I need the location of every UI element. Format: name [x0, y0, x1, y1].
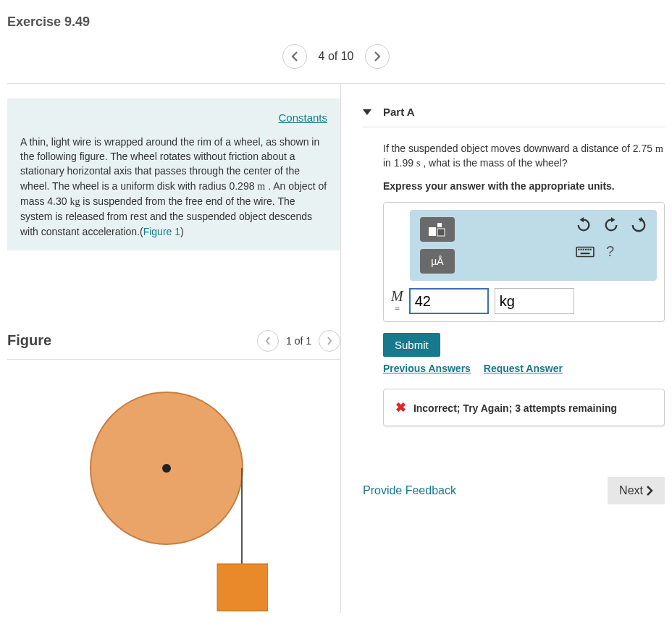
keyboard-icon[interactable]	[576, 246, 595, 258]
feedback-message: ✖ Incorrect; Try Again; 3 attempts remai…	[383, 389, 665, 426]
chevron-right-icon	[374, 51, 381, 62]
figure-nav: 1 of 1	[257, 330, 340, 352]
templates-icon	[428, 222, 447, 237]
help-icon[interactable]: ?	[606, 243, 614, 260]
part-title: Part A	[383, 106, 415, 118]
units-label: µÅ	[431, 255, 443, 267]
svg-rect-3	[217, 564, 268, 611]
problem-statement: Constants A thin, light wire is wrapped …	[7, 98, 340, 250]
undo-icon[interactable]	[576, 217, 592, 233]
problem-nav: 4 of 10	[7, 44, 665, 69]
unit-kg: kg	[70, 196, 80, 207]
reset-icon[interactable]	[631, 217, 647, 233]
caret-down-icon	[363, 109, 371, 115]
svg-rect-5	[437, 223, 442, 227]
q-seg: If the suspended object moves downward a…	[383, 143, 655, 154]
part-a-toggle[interactable]: Part A	[363, 106, 665, 127]
answer-instruction: Express your answer with the appropriate…	[383, 180, 665, 192]
answer-toolbar: µÅ ?	[410, 210, 657, 281]
figure-heading: Figure	[7, 332, 51, 349]
next-problem-button[interactable]	[365, 44, 390, 69]
next-label: Next	[619, 484, 643, 497]
redo-icon[interactable]	[603, 217, 619, 233]
previous-answers-link[interactable]: Previous Answers	[383, 363, 471, 374]
constants-link[interactable]: Constants	[20, 110, 327, 126]
figure-prev-button[interactable]	[257, 330, 279, 352]
svg-rect-6	[437, 229, 445, 236]
svg-rect-8	[578, 248, 579, 250]
svg-rect-7	[576, 247, 594, 256]
request-answer-link[interactable]: Request Answer	[484, 363, 563, 374]
chevron-left-icon	[265, 337, 271, 345]
answer-value-input[interactable]	[409, 288, 489, 314]
next-button[interactable]: Next	[608, 477, 665, 504]
svg-rect-13	[590, 248, 592, 250]
svg-rect-10	[583, 248, 584, 250]
svg-rect-11	[585, 248, 587, 250]
figure-position: 1 of 1	[286, 335, 311, 347]
provide-feedback-link[interactable]: Provide Feedback	[363, 484, 456, 497]
exercise-title: Exercise 9.49	[7, 14, 665, 30]
q-seg: in 1.99	[383, 157, 416, 169]
chevron-right-icon	[646, 486, 653, 496]
problem-text: )	[180, 226, 184, 237]
prev-problem-button[interactable]	[282, 44, 307, 69]
incorrect-icon: ✖	[395, 400, 406, 415]
unit-m: m	[257, 181, 265, 192]
variable-label: M =	[391, 289, 403, 314]
q-seg: , what is the mass of the wheel?	[420, 157, 567, 169]
svg-point-1	[162, 464, 171, 473]
chevron-right-icon	[327, 337, 332, 345]
svg-rect-12	[587, 248, 589, 250]
svg-rect-9	[581, 248, 582, 250]
unit-m: m	[655, 143, 663, 154]
figure-link[interactable]: Figure 1	[143, 226, 180, 237]
figure-next-button[interactable]	[319, 330, 340, 352]
question-text: If the suspended object moves downward a…	[383, 142, 665, 170]
answer-unit-input[interactable]	[495, 288, 574, 314]
answer-area: µÅ ?	[383, 202, 665, 322]
chevron-left-icon	[291, 51, 298, 62]
svg-rect-4	[429, 227, 436, 236]
submit-button[interactable]: Submit	[383, 333, 440, 357]
figure-diagram	[7, 381, 340, 613]
svg-rect-14	[581, 253, 590, 254]
problem-position: 4 of 10	[319, 50, 354, 63]
feedback-text: Incorrect; Try Again; 3 attempts remaini…	[413, 402, 617, 414]
templates-button[interactable]	[420, 217, 455, 242]
units-button[interactable]: µÅ	[420, 249, 455, 274]
